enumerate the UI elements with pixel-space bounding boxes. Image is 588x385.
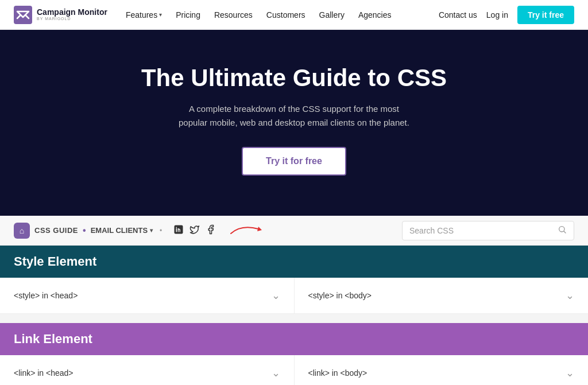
link-in-body-cell[interactable]: <link> in <body> ⌄: [295, 355, 589, 385]
logo-sub: BY MARIGOLD: [37, 17, 107, 21]
facebook-icon[interactable]: [206, 224, 216, 237]
arrow-hint-icon: [230, 222, 264, 239]
style-in-body-label: <style> in <body>: [308, 291, 372, 300]
toolbar-left: ⌂ CSS GUIDE • EMAIL CLIENTS ▾ •: [14, 222, 402, 239]
chevron-down-icon: ▾: [159, 11, 162, 18]
linkedin-icon[interactable]: [173, 224, 184, 237]
link-element-rows: <link> in <head> ⌄ <link> in <body> ⌄: [0, 355, 588, 385]
chevron-down-icon: ▾: [150, 227, 153, 234]
login-link[interactable]: Log in: [486, 10, 508, 20]
style-in-head-cell[interactable]: <style> in <head> ⌄: [0, 278, 295, 313]
style-element-rows: <style> in <head> ⌄ <style> in <body> ⌄: [0, 278, 588, 314]
link-element-section: Link Element <link> in <head> ⌄ <link> i…: [0, 323, 588, 385]
style-in-body-cell[interactable]: <style> in <body> ⌄: [295, 278, 589, 313]
email-clients-dropdown[interactable]: EMAIL CLIENTS ▾: [91, 226, 153, 235]
nav-links: Features ▾ Pricing Resources Customers G…: [126, 10, 439, 20]
link-in-body-label: <link> in <body>: [308, 368, 368, 378]
nav-resources[interactable]: Resources: [214, 10, 253, 20]
hero-cta-button[interactable]: Try it for free: [242, 147, 346, 176]
nav-pricing[interactable]: Pricing: [176, 10, 200, 20]
nav-agencies[interactable]: Agencies: [358, 10, 392, 20]
logo-brand: Campaign Monitor: [37, 8, 107, 17]
style-in-head-label: <style> in <head>: [14, 291, 78, 300]
style-element-section: Style Element <style> in <head> ⌄ <style…: [0, 246, 588, 314]
nav-features[interactable]: Features ▾: [126, 10, 162, 20]
search-box: [402, 221, 574, 240]
table-row: <link> in <head> ⌄ <link> in <body> ⌄: [0, 355, 588, 385]
link-in-head-cell[interactable]: <link> in <head> ⌄: [0, 355, 295, 385]
nav-customers[interactable]: Customers: [266, 10, 305, 20]
hero-subtitle: A complete breakdown of the CSS support …: [173, 102, 415, 130]
nav-right: Contact us Log in Try it free: [439, 6, 574, 24]
separator-dot: •: [160, 227, 162, 235]
nav-gallery[interactable]: Gallery: [319, 10, 345, 20]
link-element-title: Link Element: [14, 332, 92, 347]
search-icon: [558, 225, 567, 236]
svg-marker-3: [257, 227, 262, 231]
css-guide-label: CSS GUIDE: [34, 226, 78, 235]
breadcrumb-separator: •: [83, 225, 86, 236]
hero-title: The Ultimate Guide to CSS: [23, 64, 565, 92]
logo-text: Campaign Monitor BY MARIGOLD: [37, 8, 107, 21]
try-it-free-button[interactable]: Try it free: [517, 6, 574, 24]
svg-rect-0: [14, 6, 32, 24]
table-row: <style> in <head> ⌄ <style> in <body> ⌄: [0, 278, 588, 314]
hero-section: The Ultimate Guide to CSS A complete bre…: [0, 30, 588, 216]
chevron-down-icon: ⌄: [566, 367, 574, 379]
divider: [0, 314, 588, 323]
style-element-title: Style Element: [14, 254, 96, 269]
logo-icon: [14, 6, 32, 24]
contact-us-link[interactable]: Contact us: [439, 10, 477, 20]
home-icon[interactable]: ⌂: [14, 223, 30, 239]
chevron-down-icon: ⌄: [272, 289, 280, 302]
chevron-down-icon: ⌄: [566, 289, 574, 302]
logo-link[interactable]: Campaign Monitor BY MARIGOLD: [14, 6, 107, 24]
link-element-header: Link Element: [0, 323, 588, 355]
link-in-head-label: <link> in <head>: [14, 368, 74, 378]
toolbar: ⌂ CSS GUIDE • EMAIL CLIENTS ▾ •: [0, 216, 588, 246]
twitter-icon[interactable]: [189, 224, 200, 237]
social-icons: [173, 224, 216, 237]
search-input[interactable]: [409, 226, 553, 235]
email-clients-label: EMAIL CLIENTS: [91, 226, 148, 235]
navbar: Campaign Monitor BY MARIGOLD Features ▾ …: [0, 0, 588, 30]
chevron-down-icon: ⌄: [272, 367, 280, 379]
style-element-header: Style Element: [0, 246, 588, 278]
